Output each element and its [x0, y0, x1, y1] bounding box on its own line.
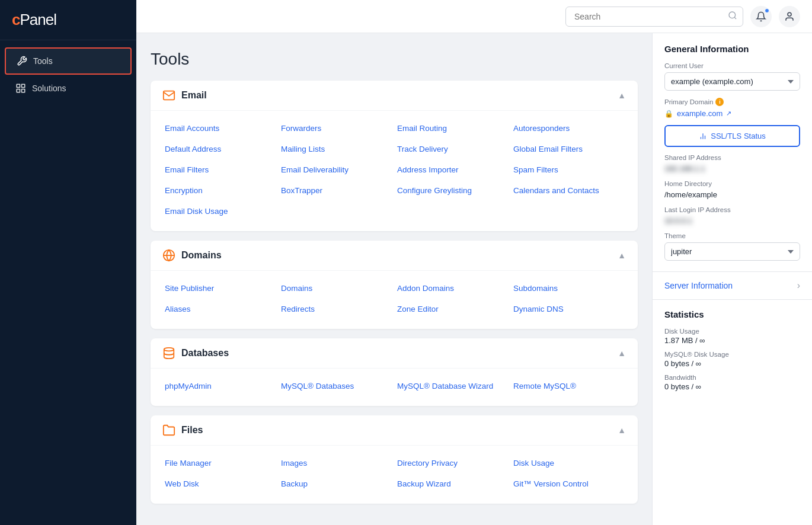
page-title: Tools	[151, 50, 638, 69]
mysql-disk-item: MySQL® Disk Usage 0 bytes / ∞	[664, 351, 800, 368]
link-encryption[interactable]: Encryption	[165, 183, 275, 199]
link-email-disk-usage[interactable]: Email Disk Usage	[165, 203, 275, 219]
link-mysql-database-wizard[interactable]: MySQL® Database Wizard	[397, 378, 507, 394]
server-info-chevron-icon: ›	[797, 280, 800, 291]
email-icon	[162, 89, 175, 102]
link-images[interactable]: Images	[281, 455, 391, 471]
files-section: Files ▲ File Manager Images Directory Pr…	[151, 415, 638, 504]
content-wrap: Tools Email ▲ Email Accounts Forwarder	[136, 33, 812, 525]
link-mailing-lists[interactable]: Mailing Lists	[281, 141, 391, 157]
link-default-address[interactable]: Default Address	[165, 141, 275, 157]
link-domains[interactable]: Domains	[281, 280, 391, 296]
link-redirects[interactable]: Redirects	[281, 301, 391, 317]
email-section: Email ▲ Email Accounts Forwarders Email …	[151, 81, 638, 231]
link-directory-privacy[interactable]: Directory Privacy	[397, 455, 507, 471]
link-aliases[interactable]: Aliases	[165, 301, 275, 317]
theme-select[interactable]: jupiter	[664, 242, 800, 261]
email-links-grid: Email Accounts Forwarders Email Routing …	[165, 120, 624, 219]
statistics-section: Statistics Disk Usage 1.87 MB / ∞ MySQL®…	[653, 300, 812, 406]
link-disk-usage[interactable]: Disk Usage	[513, 455, 624, 471]
topbar	[136, 0, 812, 33]
domains-section-body: Site Publisher Domains Addon Domains Sub…	[151, 271, 638, 329]
chart-icon	[699, 132, 707, 140]
link-email-filters[interactable]: Email Filters	[165, 162, 275, 178]
bandwidth-item: Bandwidth 0 bytes / ∞	[664, 374, 800, 391]
link-email-accounts[interactable]: Email Accounts	[165, 120, 275, 136]
files-section-header[interactable]: Files ▲	[151, 415, 638, 446]
server-info-row[interactable]: Server Information ›	[653, 272, 812, 300]
domains-links-grid: Site Publisher Domains Addon Domains Sub…	[165, 280, 624, 317]
home-dir-label: Home Directory	[664, 180, 800, 187]
link-phpmyadmin[interactable]: phpMyAdmin	[165, 378, 275, 394]
link-backup-wizard[interactable]: Backup Wizard	[397, 476, 507, 492]
link-spam-filters[interactable]: Spam Filters	[513, 162, 624, 178]
link-calendars-contacts[interactable]: Calendars and Contacts	[513, 183, 624, 199]
files-links-grid: File Manager Images Directory Privacy Di…	[165, 455, 624, 492]
link-site-publisher[interactable]: Site Publisher	[165, 280, 275, 296]
external-link-icon: ↗	[726, 110, 731, 117]
link-zone-editor[interactable]: Zone Editor	[397, 301, 507, 317]
link-web-disk[interactable]: Web Disk	[165, 476, 275, 492]
link-track-delivery[interactable]: Track Delivery	[397, 141, 507, 157]
email-section-header[interactable]: Email ▲	[151, 81, 638, 111]
current-user-label: Current User	[664, 62, 800, 69]
svg-rect-3	[22, 89, 25, 92]
link-git-version-control[interactable]: Git™ Version Control	[513, 476, 624, 492]
domains-section-header[interactable]: Domains ▲	[151, 241, 638, 271]
current-user-select[interactable]: example (example.com)	[664, 72, 800, 91]
link-subdomains[interactable]: Subdomains	[513, 280, 624, 296]
files-icon	[162, 424, 175, 437]
link-file-manager[interactable]: File Manager	[165, 455, 275, 471]
server-info-label: Server Information	[664, 281, 733, 290]
right-panel: General Information Current User example…	[652, 33, 812, 525]
domains-section-header-left: Domains	[162, 249, 222, 262]
sidebar-item-solutions[interactable]: Solutions	[5, 76, 132, 101]
globe-icon	[162, 249, 175, 262]
link-global-email-filters[interactable]: Global Email Filters	[513, 141, 624, 157]
svg-rect-1	[22, 84, 25, 87]
link-mysql-databases[interactable]: MySQL® Databases	[281, 378, 391, 394]
databases-chevron-icon: ▲	[618, 348, 626, 358]
search-icon	[728, 11, 737, 23]
info-icon: i	[715, 98, 724, 106]
ssl-tls-status-button[interactable]: SSL/TLS Status	[664, 125, 800, 147]
notifications-button[interactable]	[750, 6, 772, 27]
svg-point-6	[788, 12, 791, 16]
main-area: Tools Email ▲ Email Accounts Forwarder	[136, 0, 812, 525]
databases-links-grid: phpMyAdmin MySQL® Databases MySQL® Datab…	[165, 378, 624, 394]
link-email-routing[interactable]: Email Routing	[397, 120, 507, 136]
domains-chevron-icon: ▲	[618, 251, 626, 260]
link-email-deliverability[interactable]: Email Deliverability	[281, 162, 391, 178]
email-chevron-icon: ▲	[618, 91, 626, 100]
primary-domain-row: 🔒 example.com ↗	[664, 109, 800, 118]
primary-domain-value[interactable]: example.com	[677, 109, 723, 118]
logo-text: cPanel	[12, 11, 124, 29]
general-info-title: General Information	[664, 44, 800, 54]
link-remote-mysql[interactable]: Remote MySQL®	[513, 378, 624, 394]
databases-section-header[interactable]: Databases ▲	[151, 338, 638, 369]
link-configure-greylisting[interactable]: Configure Greylisting	[397, 183, 507, 199]
link-addon-domains[interactable]: Addon Domains	[397, 280, 507, 296]
link-autoresponders[interactable]: Autoresponders	[513, 120, 624, 136]
user-avatar[interactable]	[779, 6, 800, 27]
svg-point-4	[729, 12, 736, 18]
svg-point-9	[164, 348, 174, 351]
statistics-title: Statistics	[664, 309, 800, 319]
disk-usage-label: Disk Usage	[664, 328, 800, 335]
link-dynamic-dns[interactable]: Dynamic DNS	[513, 301, 624, 317]
logo: cPanel	[0, 0, 136, 40]
domains-section: Domains ▲ Site Publisher Domains Addon D…	[151, 241, 638, 329]
sidebar-item-tools[interactable]: Tools	[5, 47, 132, 75]
last-login-value: 10.0.0.1	[664, 216, 800, 225]
databases-section: Databases ▲ phpMyAdmin MySQL® Databases …	[151, 338, 638, 406]
link-boxtrapper[interactable]: BoxTrapper	[281, 183, 391, 199]
database-icon	[162, 347, 175, 360]
tools-icon	[17, 56, 27, 66]
email-section-title: Email	[181, 90, 207, 101]
search-container	[565, 7, 743, 27]
link-backup[interactable]: Backup	[281, 476, 391, 492]
last-login-label: Last Login IP Address	[664, 206, 800, 213]
link-address-importer[interactable]: Address Importer	[397, 162, 507, 178]
link-forwarders[interactable]: Forwarders	[281, 120, 391, 136]
search-input[interactable]	[565, 7, 743, 27]
